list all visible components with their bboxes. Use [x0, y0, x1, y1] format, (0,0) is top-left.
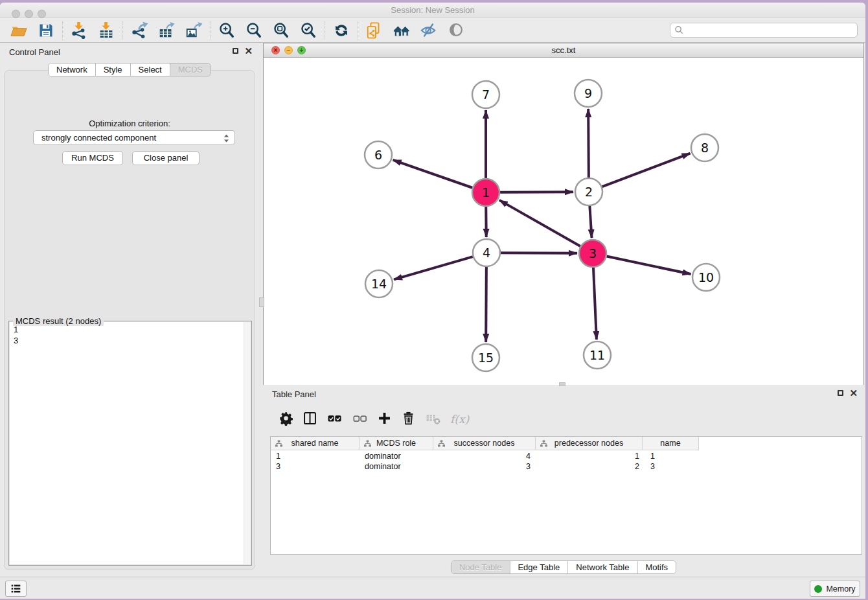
show-hide-icon[interactable]	[442, 21, 470, 40]
float-panel-icon[interactable]	[233, 48, 238, 54]
tab-mcds[interactable]: MCDS	[170, 63, 211, 76]
tab-network[interactable]: Network	[49, 63, 96, 76]
export-table-icon[interactable]	[153, 21, 180, 40]
table-row[interactable]: 1dominator411	[271, 451, 699, 461]
table-cell[interactable]: 1	[643, 451, 699, 461]
edge-3-10[interactable]	[607, 257, 691, 274]
table-cell[interactable]: 2	[536, 461, 643, 472]
select-all-check-icon[interactable]	[326, 410, 343, 429]
column-header-predecessor-nodes[interactable]: predecessor nodes	[536, 437, 643, 450]
import-network-icon[interactable]	[65, 21, 93, 40]
edge-1-6[interactable]	[393, 160, 473, 188]
edge-1-2[interactable]	[500, 192, 573, 192]
settings-gear-icon[interactable]	[279, 411, 293, 428]
column-header-name[interactable]: name	[643, 437, 699, 450]
edge-4-14[interactable]	[394, 257, 473, 279]
zoom-fit-icon[interactable]	[268, 21, 295, 40]
edge-3-11[interactable]	[593, 268, 597, 340]
tab-edge-table[interactable]: Edge Table	[510, 561, 568, 573]
dropdown-stepper-icon	[223, 133, 230, 148]
table-row[interactable]: 3dominator323	[271, 461, 699, 472]
table-cell[interactable]: dominator	[360, 461, 433, 472]
status-bar: Memory	[0, 577, 865, 599]
table-cell[interactable]: 1	[271, 451, 360, 461]
column-label: predecessor nodes	[536, 437, 642, 450]
mcds-result-title: MCDS result (2 nodes)	[13, 316, 104, 326]
table-cell[interactable]: 3	[271, 461, 360, 472]
tab-style[interactable]: Style	[96, 63, 131, 76]
tab-node-table[interactable]: Node Table	[451, 561, 510, 573]
splitter-grip[interactable]	[259, 297, 264, 307]
edge-3-1[interactable]	[499, 200, 580, 246]
toolbar-separator	[325, 21, 325, 40]
node-label-8: 8	[701, 141, 709, 155]
import-table-icon[interactable]	[93, 21, 120, 40]
table-panel-tabs: Node TableEdge TableNetwork TableMotifs	[451, 560, 676, 574]
tab-select[interactable]: Select	[131, 63, 170, 76]
hide-selected-icon[interactable]	[415, 21, 442, 40]
refresh-icon[interactable]	[328, 21, 355, 40]
network-graph[interactable]: 7968124314101511	[264, 58, 863, 385]
node-label-4: 4	[483, 246, 490, 260]
zoom-selected-icon[interactable]	[295, 21, 322, 40]
column-label: successor nodes	[433, 437, 535, 450]
criterion-dropdown[interactable]: strongly connected component	[33, 130, 235, 145]
node-label-10: 10	[698, 270, 714, 284]
task-history-button[interactable]	[5, 581, 27, 597]
edge-2-3[interactable]	[589, 206, 591, 238]
network-window-titlebar[interactable]: × − + scc.txt	[264, 43, 863, 58]
save-session-icon[interactable]	[32, 21, 60, 40]
column-layout-icon[interactable]	[303, 411, 317, 428]
control-panel-title: Control Panel	[9, 47, 60, 57]
node-label-15: 15	[478, 351, 494, 365]
edge-4-15[interactable]	[486, 267, 486, 342]
clone-network-icon[interactable]	[361, 21, 388, 40]
search-input[interactable]	[670, 23, 858, 38]
window-title: Session: New Session	[0, 3, 865, 18]
run-mcds-button[interactable]: Run MCDS	[62, 151, 123, 165]
criterion-value: strongly connected component	[41, 133, 156, 143]
float-table-panel-icon[interactable]	[838, 390, 843, 396]
control-panel-tabs: NetworkStyleSelectMCDS	[48, 63, 211, 76]
table-cell[interactable]: 3	[643, 461, 699, 472]
column-header-shared-name[interactable]: shared name	[271, 437, 360, 450]
tab-motifs[interactable]: Motifs	[637, 561, 676, 573]
delete-column-icon[interactable]	[401, 411, 416, 428]
mcds-result-text[interactable]: 1 3	[10, 322, 251, 564]
add-column-icon[interactable]	[377, 411, 392, 428]
home-icon[interactable]	[388, 21, 415, 40]
zoom-out-icon[interactable]	[240, 21, 268, 40]
network-view-window: × − + scc.txt 7968124314101511	[263, 43, 864, 385]
open-session-icon[interactable]	[5, 21, 32, 40]
edge-4-3[interactable]	[501, 253, 577, 253]
table-cell[interactable]: 1	[536, 451, 643, 461]
table-cell[interactable]: 3	[433, 461, 536, 472]
memory-status-dot	[814, 585, 822, 593]
table-cell[interactable]: 4	[433, 451, 536, 461]
table-panel: Table Panel ✕	[263, 385, 864, 577]
mcds-result-group: 1 3 MCDS result (2 nodes)	[8, 321, 252, 566]
node-label-6: 6	[374, 148, 382, 162]
edge-1-4[interactable]	[486, 207, 486, 237]
network-canvas[interactable]: 7968124314101511	[264, 58, 863, 385]
edge-2-9[interactable]	[588, 109, 589, 178]
result-scrollbar[interactable]	[244, 322, 251, 564]
edge-2-8[interactable]	[602, 154, 691, 187]
close-panel-icon[interactable]: ✕	[244, 47, 253, 54]
memory-button[interactable]: Memory	[810, 581, 860, 597]
deselect-all-icon[interactable]	[352, 410, 368, 429]
tab-network-table[interactable]: Network Table	[568, 561, 637, 573]
node-label-11: 11	[589, 348, 605, 362]
export-network-icon[interactable]	[126, 21, 153, 40]
delete-table-icon	[425, 410, 441, 429]
zoom-in-icon[interactable]	[213, 21, 240, 40]
node-label-14: 14	[371, 277, 387, 291]
node-label-2: 2	[585, 185, 593, 199]
table-cell[interactable]: dominator	[360, 451, 433, 461]
close-table-panel-icon[interactable]: ✕	[849, 389, 858, 397]
close-panel-button[interactable]: Close panel	[132, 151, 200, 165]
export-image-icon[interactable]	[180, 21, 207, 40]
column-header-MCDS-role[interactable]: MCDS role	[360, 437, 433, 450]
column-header-successor-nodes[interactable]: successor nodes	[433, 437, 536, 450]
toolbar-separator	[210, 21, 211, 40]
